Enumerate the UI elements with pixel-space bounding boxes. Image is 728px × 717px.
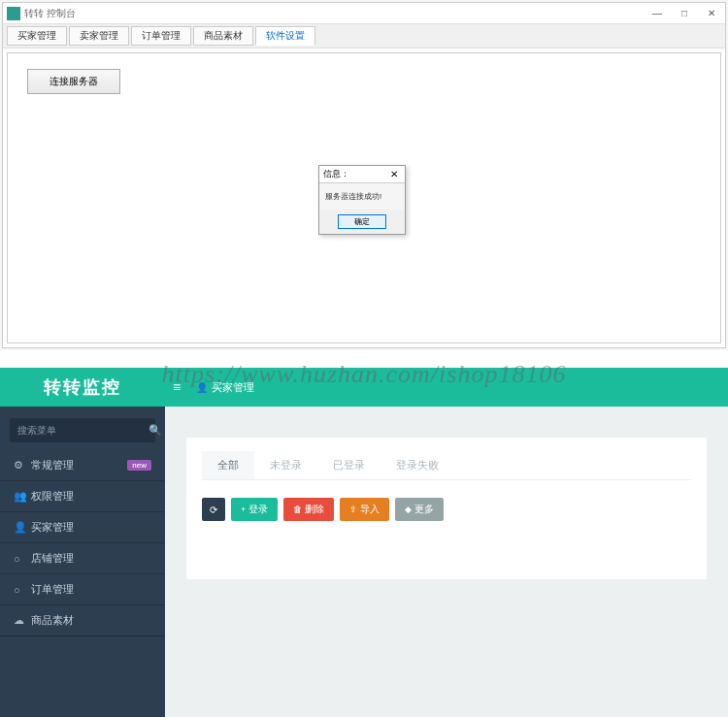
button-label: 导入 xyxy=(360,503,380,516)
desktop-body: 连接服务器 信息： ✕ 服务器连接成功! 确定 xyxy=(7,52,721,343)
titlebar: 转转 控制台 — □ ✕ xyxy=(3,3,725,24)
plus-icon: + xyxy=(241,505,246,514)
window-controls: — □ ✕ xyxy=(644,4,725,23)
sidebar-item-shop[interactable]: ○ 店铺管理 xyxy=(0,543,165,574)
tab-buyer-manage[interactable]: 买家管理 xyxy=(7,26,67,46)
sidebar-item-label: 权限管理 xyxy=(31,489,151,504)
tab-product-material[interactable]: 商品素材 xyxy=(193,26,253,46)
sidebar-item-permissions[interactable]: 👥 权限管理 xyxy=(0,481,165,512)
sidebar-item-buyer[interactable]: 👤 买家管理 xyxy=(0,512,165,543)
toolbar: ⟳ + 登录 🗑 删除 ⇪ 导入 ◆ xyxy=(202,498,691,521)
logo: 转转监控 xyxy=(0,375,165,399)
sidebar-item-order[interactable]: ○ 订单管理 xyxy=(0,574,165,605)
diamond-icon: ◆ xyxy=(405,505,412,514)
sidebar-item-label: 买家管理 xyxy=(31,520,151,535)
tab-software-settings[interactable]: 软件设置 xyxy=(255,26,315,46)
upload-icon: ⇪ xyxy=(349,505,357,514)
hamburger-icon[interactable]: ≡ xyxy=(165,379,188,395)
content-area: 全部 未登录 已登录 登录失败 ⟳ + 登录 🗑 删除 xyxy=(165,407,728,717)
dialog-title: 信息： xyxy=(323,168,349,180)
panel-tabs: 全部 未登录 已登录 登录失败 xyxy=(202,451,691,480)
trash-icon: 🗑 xyxy=(293,505,302,514)
web-app: https://www.huzhan.com/ishop18106 转转监控 ≡… xyxy=(0,368,728,717)
breadcrumb: 👤 买家管理 xyxy=(188,380,254,395)
refresh-icon: ⟳ xyxy=(210,505,217,515)
dialog-message: 服务器连接成功! xyxy=(319,183,405,210)
tab-seller-manage[interactable]: 卖家管理 xyxy=(69,26,129,46)
close-button[interactable]: ✕ xyxy=(698,4,725,23)
refresh-button[interactable]: ⟳ xyxy=(202,498,225,521)
circle-icon: ○ xyxy=(14,584,31,596)
window-title: 转转 控制台 xyxy=(24,7,644,20)
button-label: 更多 xyxy=(414,503,434,516)
web-header: 转转监控 ≡ 👤 买家管理 xyxy=(0,368,728,407)
login-button[interactable]: + 登录 xyxy=(231,498,278,521)
dialog-ok-button[interactable]: 确定 xyxy=(338,214,386,229)
sidebar-item-label: 商品素材 xyxy=(31,613,151,628)
user-icon: 👤 xyxy=(14,521,31,534)
more-button[interactable]: ◆ 更多 xyxy=(395,498,444,521)
tab-login-failed[interactable]: 登录失败 xyxy=(381,451,454,479)
sidebar-item-label: 店铺管理 xyxy=(31,551,151,566)
cloud-icon: ☁ xyxy=(14,614,31,627)
search-input[interactable] xyxy=(10,418,149,442)
search-icon[interactable]: 🔍 xyxy=(149,424,162,437)
breadcrumb-text: 买家管理 xyxy=(212,380,254,395)
tab-not-logged-in[interactable]: 未登录 xyxy=(254,451,317,479)
minimize-button[interactable]: — xyxy=(644,4,671,23)
button-label: 登录 xyxy=(248,503,268,516)
circle-icon: ○ xyxy=(14,553,31,565)
panel: 全部 未登录 已登录 登录失败 ⟳ + 登录 🗑 删除 xyxy=(186,438,707,579)
desktop-window: 转转 控制台 — □ ✕ 买家管理 卖家管理 订单管理 商品素材 软件设置 连接… xyxy=(2,2,726,348)
search-box: 🔍 xyxy=(10,418,155,442)
dialog-footer: 确定 xyxy=(319,210,405,234)
user-icon: 👤 xyxy=(196,382,208,393)
tab-all[interactable]: 全部 xyxy=(202,451,254,479)
button-label: 删除 xyxy=(305,503,324,516)
sidebar-item-label: 订单管理 xyxy=(31,582,151,597)
connect-server-button[interactable]: 连接服务器 xyxy=(27,69,120,94)
users-icon: 👥 xyxy=(14,490,31,503)
desktop-tabs: 买家管理 卖家管理 订单管理 商品素材 软件设置 xyxy=(3,24,725,49)
tab-logged-in[interactable]: 已登录 xyxy=(317,451,381,479)
delete-button[interactable]: 🗑 删除 xyxy=(283,498,334,521)
web-body: 🔍 ⚙ 常规管理 new 👥 权限管理 👤 买家管理 ○ 店铺管理 ○ 订单管 xyxy=(0,407,728,717)
dialog-close-button[interactable]: ✕ xyxy=(387,169,401,179)
dialog-header: 信息： ✕ xyxy=(319,166,405,183)
import-button[interactable]: ⇪ 导入 xyxy=(340,498,389,521)
info-dialog: 信息： ✕ 服务器连接成功! 确定 xyxy=(318,165,406,235)
new-badge: new xyxy=(127,460,151,471)
maximize-button[interactable]: □ xyxy=(671,4,698,23)
app-icon xyxy=(7,7,20,20)
gear-icon: ⚙ xyxy=(14,459,31,472)
tab-order-manage[interactable]: 订单管理 xyxy=(131,26,191,46)
sidebar: 🔍 ⚙ 常规管理 new 👥 权限管理 👤 买家管理 ○ 店铺管理 ○ 订单管 xyxy=(0,407,165,717)
separator xyxy=(0,350,728,368)
sidebar-item-general[interactable]: ⚙ 常规管理 new xyxy=(0,450,165,481)
sidebar-item-material[interactable]: ☁ 商品素材 xyxy=(0,605,165,636)
sidebar-item-label: 常规管理 xyxy=(31,458,127,473)
